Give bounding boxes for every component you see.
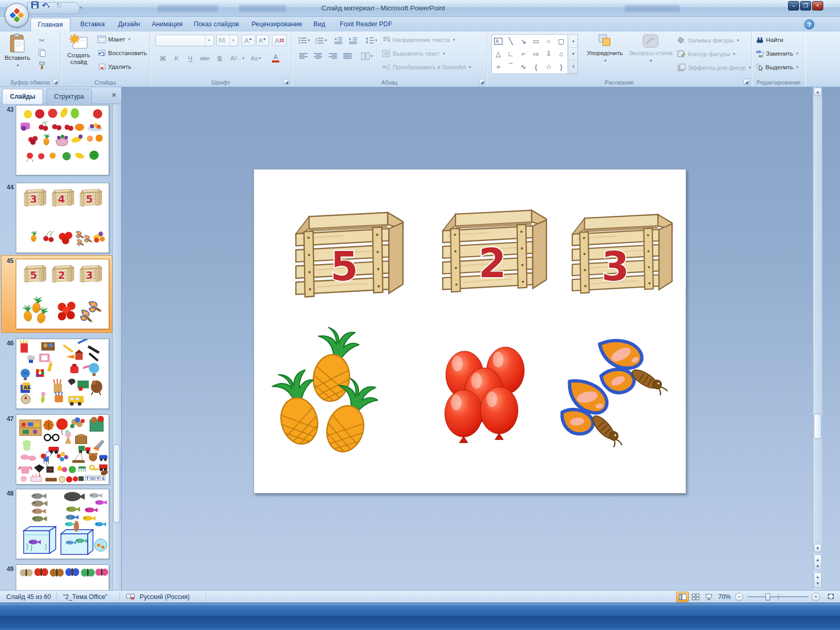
- shape-curve[interactable]: ∿: [517, 60, 530, 73]
- zoom-out-button[interactable]: −: [735, 593, 743, 601]
- drawing-dialog-launcher[interactable]: ◢: [743, 79, 750, 85]
- zoom-slider-thumb[interactable]: [765, 593, 770, 601]
- close-button[interactable]: ×: [812, 1, 823, 10]
- convert-smartart-button[interactable]: Преобразовать в SmartArt▾: [382, 64, 471, 71]
- text-direction-button[interactable]: Направление текста▾: [382, 36, 455, 44]
- scroll-down-button[interactable]: ▼: [814, 544, 822, 552]
- layout-button[interactable]: Макет▾: [98, 36, 130, 43]
- help-button[interactable]: ?: [804, 19, 814, 29]
- scroll-up-button[interactable]: ▲: [814, 88, 822, 96]
- shape-elbow-arrow[interactable]: ⌐: [517, 48, 530, 60]
- paragraph-dialog-launcher[interactable]: ◢: [479, 79, 485, 85]
- decrease-indent-button[interactable]: [332, 35, 344, 46]
- shape-rounded-rectangle[interactable]: ▢: [555, 35, 568, 47]
- tab-slides-thumbnails[interactable]: Слайды: [2, 89, 43, 104]
- copy-button[interactable]: [36, 47, 48, 58]
- slide-46-thumbnail[interactable]: АБ: [16, 339, 109, 409]
- tab-animation[interactable]: Анимация: [145, 18, 190, 32]
- tab-review[interactable]: Рецензирование: [245, 18, 309, 32]
- tab-slideshow[interactable]: Показ слайдов: [187, 18, 246, 32]
- slide-canvas[interactable]: 5 2 3: [254, 169, 686, 494]
- shape-arrow[interactable]: ↘: [517, 35, 530, 47]
- save-button[interactable]: [31, 1, 39, 12]
- format-painter-button[interactable]: [36, 60, 48, 71]
- font-size-combo[interactable]: 66▾: [216, 35, 238, 46]
- shape-left-brace[interactable]: {: [530, 60, 542, 73]
- minimize-button[interactable]: –: [788, 1, 799, 10]
- slideshow-view-button[interactable]: [702, 592, 715, 602]
- align-center-button[interactable]: [312, 50, 324, 62]
- maximize-button[interactable]: ❐: [800, 1, 811, 10]
- slide-43-thumbnail[interactable]: [16, 105, 109, 175]
- grow-font-button[interactable]: А▲: [242, 35, 255, 46]
- scroll-thumb[interactable]: [814, 414, 822, 439]
- office-button[interactable]: [5, 3, 29, 27]
- align-right-button[interactable]: [327, 50, 339, 62]
- slide-49-thumbnail[interactable]: [16, 564, 109, 590]
- strikethrough-button[interactable]: abe: [197, 52, 212, 64]
- slide-48-thumbnail[interactable]: [16, 489, 109, 559]
- align-left-button[interactable]: [297, 50, 310, 62]
- shape-right-arrow[interactable]: ⇨: [530, 48, 542, 60]
- previous-slide-button[interactable]: ▲▲: [814, 554, 822, 570]
- shape-elbow[interactable]: ∟: [505, 48, 517, 60]
- numbering-button[interactable]: 123▾: [314, 35, 328, 46]
- normal-view-button[interactable]: [676, 592, 689, 602]
- tab-foxit[interactable]: Foxit Reader PDF: [333, 18, 399, 32]
- tab-insert[interactable]: Вставка: [74, 18, 111, 32]
- quick-styles-button[interactable]: Экспресс-стили▼: [628, 34, 673, 78]
- change-case-button[interactable]: Aa▾: [248, 52, 264, 64]
- shape-scribble[interactable]: ≈: [492, 60, 505, 73]
- slide-sorter-view-button[interactable]: [689, 592, 702, 602]
- shape-down-arrow[interactable]: ⇩: [542, 48, 555, 60]
- redo-button[interactable]: ↻: [56, 1, 62, 10]
- fit-to-window-button[interactable]: [824, 591, 837, 602]
- clipboard-dialog-launcher[interactable]: ◢: [52, 79, 59, 85]
- slide-45-thumbnail[interactable]: 5 2 3: [16, 259, 109, 329]
- shape-effects-button[interactable]: Эффекты для фигур▾: [677, 64, 751, 71]
- cut-button[interactable]: ✂: [36, 35, 48, 46]
- reset-slide-button[interactable]: Восстановить: [98, 49, 147, 57]
- shape-textbox[interactable]: A: [492, 35, 505, 47]
- gallery-scroll-up[interactable]: ▲: [569, 35, 578, 48]
- replace-button[interactable]: abac Заменить▾: [756, 50, 798, 57]
- columns-button[interactable]: ▾: [359, 50, 375, 62]
- zoom-in-button[interactable]: +: [812, 593, 820, 601]
- shape-star[interactable]: ☆: [542, 60, 555, 73]
- customize-qat-button[interactable]: ▿: [80, 3, 82, 12]
- close-panel-icon[interactable]: ✕: [109, 91, 119, 100]
- undo-button[interactable]: ↶▾: [42, 1, 49, 11]
- shapes-gallery[interactable]: A ╲ ↘ ▭ ○ ▢ △ ∟ ⌐ ⇨ ⇩ ⌂ ≈ ⌒ ∿ { ☆ }: [491, 34, 568, 74]
- text-shadow-button[interactable]: S: [213, 52, 226, 64]
- tab-outline[interactable]: Структура: [46, 89, 92, 104]
- slide-47-thumbnail[interactable]: TOYS: [16, 414, 109, 485]
- shape-outline-button[interactable]: Контур фигуры▾: [677, 50, 735, 58]
- font-name-combo[interactable]: ▾: [155, 35, 214, 46]
- gallery-more-button[interactable]: ⊻: [569, 60, 578, 74]
- shape-home[interactable]: ⌂: [555, 48, 568, 60]
- shape-rectangle[interactable]: ▭: [530, 35, 542, 47]
- increase-indent-button[interactable]: [346, 35, 359, 46]
- select-button[interactable]: Выделить▾: [756, 64, 799, 71]
- line-spacing-button[interactable]: ▾: [363, 35, 379, 46]
- font-color-button[interactable]: А: [267, 52, 285, 64]
- shape-line[interactable]: ╲: [505, 35, 517, 47]
- clear-formatting-button[interactable]: А: [272, 35, 287, 46]
- language-indicator[interactable]: Русский (Россия): [140, 593, 190, 601]
- shape-right-brace[interactable]: }: [555, 60, 568, 73]
- shape-arc[interactable]: ⌒: [505, 60, 517, 73]
- bullets-button[interactable]: ▾: [297, 35, 311, 46]
- next-slide-button[interactable]: ▼▼: [814, 572, 822, 588]
- new-slide-button[interactable]: Создать слайд: [64, 34, 93, 78]
- bold-button[interactable]: Ж: [156, 52, 169, 64]
- spell-check-icon[interactable]: ×: [126, 593, 135, 601]
- underline-button[interactable]: Ч: [184, 52, 196, 64]
- align-text-button[interactable]: Выровнять текст▾: [382, 50, 445, 57]
- tab-design[interactable]: Дизайн: [111, 18, 147, 32]
- tab-view[interactable]: Вид: [307, 18, 332, 32]
- arrange-button[interactable]: Упорядочить▼: [583, 34, 627, 78]
- tab-home[interactable]: Главная: [30, 18, 70, 32]
- slide-44-thumbnail[interactable]: 3 4 5: [16, 183, 109, 253]
- italic-button[interactable]: К: [170, 52, 183, 64]
- gallery-scroll-down[interactable]: ▼: [569, 48, 578, 61]
